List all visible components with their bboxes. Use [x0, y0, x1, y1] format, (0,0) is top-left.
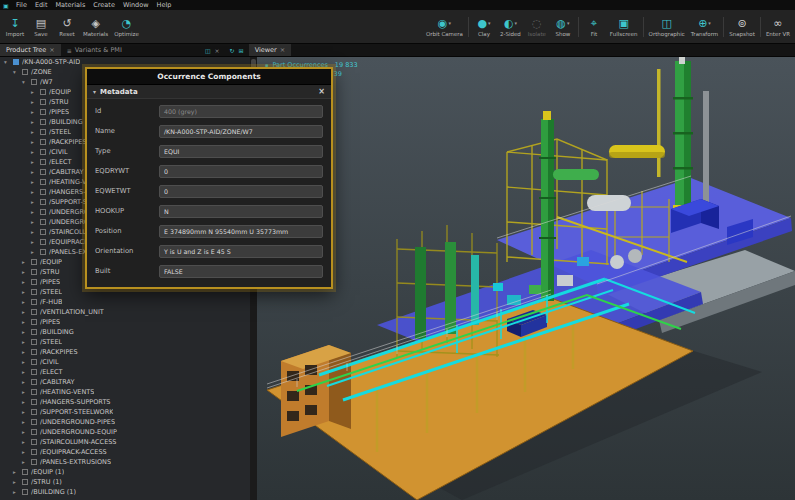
visibility-checkbox[interactable] [40, 119, 46, 125]
visibility-checkbox[interactable] [31, 299, 37, 305]
tool-isolate[interactable]: ◌Isolate [524, 10, 550, 44]
tool-enter-vr[interactable]: ∞Enter VR [763, 10, 793, 44]
visibility-checkbox[interactable] [31, 79, 37, 85]
tool-2-sided[interactable]: ◐▾2-Sided [497, 10, 524, 44]
visibility-checkbox[interactable] [31, 449, 37, 455]
close-icon[interactable]: × [318, 87, 325, 96]
expand-caret-icon[interactable]: ▸ [31, 129, 37, 135]
field-value-position[interactable]: E 374890mm N 95540mm U 35773mm [159, 225, 323, 238]
visibility-checkbox[interactable] [40, 209, 46, 215]
expand-caret-icon[interactable]: ▸ [22, 389, 28, 395]
expand-caret-icon[interactable]: ▸ [22, 259, 28, 265]
expand-caret-icon[interactable]: ▸ [31, 239, 37, 245]
tree-item[interactable]: ▸/PANELS-EXTRUSIONS [0, 457, 250, 467]
visibility-checkbox[interactable] [22, 69, 28, 75]
expand-caret-icon[interactable]: ▸ [31, 179, 37, 185]
visibility-checkbox[interactable] [31, 359, 37, 365]
visibility-checkbox[interactable] [40, 149, 46, 155]
visibility-checkbox[interactable] [31, 289, 37, 295]
expand-caret-icon[interactable]: ▸ [13, 479, 19, 485]
menu-create[interactable]: Create [93, 1, 115, 9]
expand-caret-icon[interactable]: ▸ [22, 339, 28, 345]
tab-variants-pmi[interactable]: ≡ Variants & PMI [61, 44, 128, 56]
expand-caret-icon[interactable]: ▸ [22, 329, 28, 335]
tree-item[interactable]: ▸/VENTILATION_UNIT [0, 307, 250, 317]
tree-item[interactable]: ▸/STEEL [0, 337, 250, 347]
visibility-checkbox[interactable] [31, 349, 37, 355]
expand-caret-icon[interactable]: ▸ [31, 119, 37, 125]
tool-materials[interactable]: ◈Materials [80, 10, 111, 44]
tree-item[interactable]: ▸/STRU (1) [0, 477, 250, 487]
field-value-type[interactable]: EQUI [159, 145, 323, 158]
tool-reset[interactable]: ↺Reset [54, 10, 80, 44]
tool-orbit-camera[interactable]: ◉▾Orbit Camera [423, 10, 466, 44]
visibility-checkbox[interactable] [40, 239, 46, 245]
expand-caret-icon[interactable]: ▸ [22, 409, 28, 415]
expand-caret-icon[interactable]: ▸ [31, 249, 37, 255]
expand-caret-icon[interactable]: ▸ [31, 139, 37, 145]
expand-caret-icon[interactable]: ▸ [22, 269, 28, 275]
tree-item[interactable]: ▸/SUPPORT-STEELWORK [0, 407, 250, 417]
expand-caret-icon[interactable]: ▸ [31, 199, 37, 205]
expand-caret-icon[interactable]: ▸ [22, 289, 28, 295]
tree-item[interactable]: ▸/EQUIP (1) [0, 467, 250, 477]
viewport-3d[interactable]: ▪Part Occurrences19 833▲Triangles3 190 7… [257, 57, 795, 500]
visibility-checkbox[interactable] [40, 109, 46, 115]
tool-import[interactable]: ↧Import [2, 10, 28, 44]
expand-caret-icon[interactable]: ▸ [31, 189, 37, 195]
metadata-section-header[interactable]: ▾ Metadata × [87, 85, 331, 99]
tree-item[interactable]: ▸/UNDERGROUND-EQUIP [0, 427, 250, 437]
tree-item[interactable]: ▸/HEATING-VENTS [0, 387, 250, 397]
tool-optimize[interactable]: ◔Optimize [111, 10, 142, 44]
expand-caret-icon[interactable]: ▸ [22, 309, 28, 315]
expand-caret-icon[interactable]: ▸ [13, 489, 19, 495]
visibility-checkbox[interactable] [40, 159, 46, 165]
visibility-checkbox[interactable] [31, 459, 37, 465]
tree-item[interactable]: ▸/CIVIL [0, 357, 250, 367]
visibility-checkbox[interactable] [31, 369, 37, 375]
expand-caret-icon[interactable]: ▸ [22, 379, 28, 385]
menu-edit[interactable]: Edit [35, 1, 48, 9]
expand-caret-icon[interactable]: ▸ [31, 149, 37, 155]
visibility-checkbox[interactable] [31, 329, 37, 335]
expand-caret-icon[interactable]: ▾ [22, 79, 28, 85]
visibility-checkbox[interactable] [13, 59, 19, 65]
visibility-checkbox[interactable] [31, 339, 37, 345]
tool-transform[interactable]: ⊕▾Transform [688, 10, 721, 44]
tool-show[interactable]: ◍▾Show [550, 10, 576, 44]
visibility-checkbox[interactable] [40, 99, 46, 105]
visibility-checkbox[interactable] [31, 419, 37, 425]
field-value-orientation[interactable]: Y is U and Z is E 45 S [159, 245, 323, 258]
visibility-checkbox[interactable] [31, 379, 37, 385]
tree-item[interactable]: ▸/HANGERS-SUPPORTS [0, 397, 250, 407]
field-value-hookup[interactable]: N [159, 205, 323, 218]
visibility-checkbox[interactable] [31, 309, 37, 315]
visibility-checkbox[interactable] [31, 429, 37, 435]
add-view-icon[interactable]: ⊞ [239, 47, 244, 54]
field-value-name[interactable]: /KN-A000-STP-AID/ZONE/W7 [159, 125, 323, 138]
refresh-icon[interactable]: ↻ [230, 47, 235, 54]
field-value-eqwetwt[interactable]: 0 [159, 185, 323, 198]
close-icon[interactable]: × [215, 47, 220, 54]
expand-caret-icon[interactable]: ▸ [31, 109, 37, 115]
expand-caret-icon[interactable]: ▸ [31, 209, 37, 215]
expand-caret-icon[interactable]: ▸ [22, 299, 28, 305]
tool-fit[interactable]: ⌖Fit [581, 10, 607, 44]
visibility-checkbox[interactable] [40, 199, 46, 205]
visibility-checkbox[interactable] [22, 469, 28, 475]
expand-caret-icon[interactable]: ▸ [22, 399, 28, 405]
expand-caret-icon[interactable]: ▾ [13, 69, 19, 75]
visibility-checkbox[interactable] [40, 129, 46, 135]
expand-caret-icon[interactable]: ▸ [22, 319, 28, 325]
visibility-checkbox[interactable] [22, 489, 28, 495]
visibility-checkbox[interactable] [40, 89, 46, 95]
visibility-checkbox[interactable] [31, 399, 37, 405]
tree-item[interactable]: ▸/EQUIPRACK-ACCESS [0, 447, 250, 457]
visibility-checkbox[interactable] [40, 139, 46, 145]
close-icon[interactable]: × [49, 46, 54, 54]
visibility-checkbox[interactable] [31, 269, 37, 275]
expand-caret-icon[interactable]: ▸ [13, 469, 19, 475]
expand-caret-icon[interactable]: ▸ [22, 359, 28, 365]
visibility-checkbox[interactable] [31, 409, 37, 415]
visibility-checkbox[interactable] [31, 279, 37, 285]
